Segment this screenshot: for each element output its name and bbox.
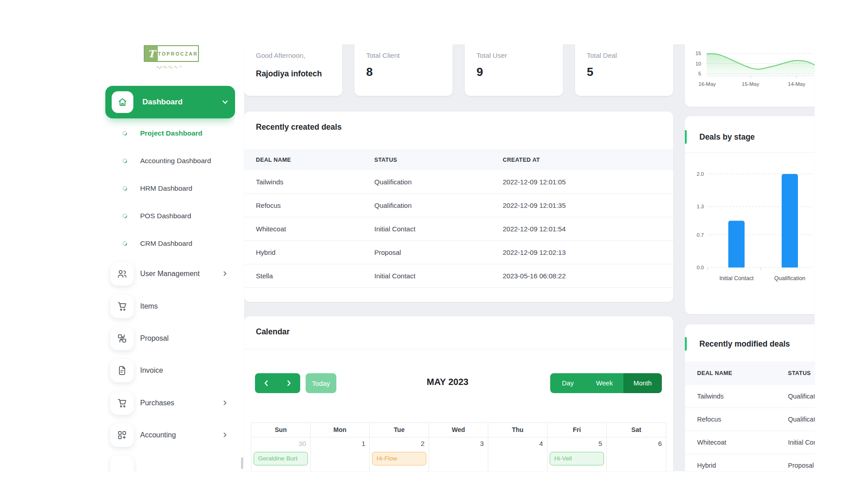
sidebar-subitem-crm-dashboard[interactable]: CRM Dashboard <box>103 238 235 249</box>
sidebar-item-items[interactable]: Items <box>103 295 235 318</box>
sidebar-item-dashboard-label: Dashboard <box>142 86 183 118</box>
progress-ring-icon <box>122 186 127 191</box>
app-logo[interactable]: T TOPROCZAR <box>144 45 199 62</box>
sidebar-item-dashboard[interactable]: Dashboard <box>105 86 235 118</box>
deal-name-cell: Refocus <box>685 416 776 423</box>
deal-name-cell: Tailwinds <box>244 178 363 186</box>
sidebar-item-label: Purchases <box>140 391 175 415</box>
sidebar-item-invoice[interactable]: Invoice <box>103 359 235 382</box>
stat-value: 5 <box>587 65 673 79</box>
table-row: HybridProposal <box>685 454 815 471</box>
calendar-day-cell[interactable]: 1 <box>311 437 370 471</box>
calendar-view-day[interactable]: Day <box>550 373 585 393</box>
users-icon <box>110 262 134 286</box>
stage-header-divider <box>685 152 815 153</box>
logo-text: TOPROCZAR <box>158 46 198 61</box>
sidebar-item-accounting[interactable]: Accounting <box>103 423 235 447</box>
sidebar-item-label: Invoice <box>140 359 163 382</box>
deal-name-cell: Refocus <box>244 202 363 209</box>
svg-text:14-May: 14-May <box>788 81 806 87</box>
created-at-cell: 2023-05-16 06:08:22 <box>491 272 673 280</box>
swap-icon <box>110 327 134 350</box>
weekday-header-mon: Mon <box>311 423 370 437</box>
calendar-event[interactable]: Hi-Flow <box>372 452 426 465</box>
deal-name-cell: Hybrid <box>685 462 776 469</box>
status-cell: Qualification <box>363 202 491 209</box>
chevron-right-icon <box>222 432 228 438</box>
stat-card-total-user: Total User9 <box>465 44 563 96</box>
created-deals-table: DEAL NAMESTATUSCREATED ATTailwindsQualif… <box>244 149 673 288</box>
column-header-deal-name: DEAL NAME <box>244 157 363 163</box>
svg-text:2.0: 2.0 <box>697 171 704 177</box>
weekday-header-thu: Thu <box>488 423 547 437</box>
sidebar-item-proposal[interactable]: Proposal <box>103 327 235 350</box>
deals-by-stage-card: Deals by stage 2.01.30.70.0Initial Conta… <box>685 116 815 314</box>
calendar-event[interactable]: Hi-Vell <box>550 452 604 465</box>
sidebar-scrollbar-thumb[interactable] <box>241 457 243 469</box>
status-cell: Proposal <box>776 462 815 469</box>
stat-label: Total User <box>476 52 563 59</box>
stats-row: Good Afternoon,Rajodiya infotechTotal Cl… <box>244 44 673 96</box>
table-header-row: DEAL NAMESTATUS <box>685 361 815 385</box>
stat-value: Rajodiya infotech <box>256 69 342 79</box>
created-at-cell: 2022-12-09 12:02:13 <box>491 249 673 256</box>
calendar-day-cell[interactable]: 30Geraldine Burt <box>251 437 311 471</box>
calendar-event[interactable]: Geraldine Burt <box>254 452 308 465</box>
cart-icon <box>110 295 134 318</box>
svg-text:15-May: 15-May <box>742 81 760 87</box>
svg-text:Qualification: Qualification <box>774 275 806 282</box>
sidebar-item-partial[interactable] <box>103 455 235 471</box>
table-row: TailwindsQualification2022-12-09 12:01:0… <box>244 170 673 194</box>
sidebar-subitem-pos-dashboard[interactable]: POS Dashboard <box>103 211 235 221</box>
calendar-day-cell[interactable]: 3 <box>429 437 488 471</box>
status-cell: Qualification <box>363 178 491 186</box>
status-cell: Qualification <box>776 416 815 423</box>
status-cell: Initial Contact <box>363 225 491 233</box>
deal-name-cell: Whitecoat <box>685 439 776 446</box>
svg-text:16-May: 16-May <box>698 81 716 87</box>
sidebar-item-label: Proposal <box>140 327 169 350</box>
stat-value: 8 <box>366 65 453 79</box>
chevron-left-icon <box>263 380 270 387</box>
calendar-today-button[interactable]: Today <box>306 373 336 393</box>
sidebar-subitem-hrm-dashboard[interactable]: HRM Dashboard <box>103 183 235 194</box>
sidebar-subitem-label: POS Dashboard <box>140 211 191 221</box>
chevron-right-icon <box>222 270 228 277</box>
calendar-view-week[interactable]: Week <box>585 373 623 393</box>
calendar-prev-button[interactable] <box>255 373 278 393</box>
column-header-status: STATUS <box>776 370 815 376</box>
status-cell: Qualification <box>776 393 815 400</box>
home-icon <box>112 91 133 113</box>
sidebar-subitem-project-dashboard[interactable]: Project Dashboard <box>103 128 235 139</box>
calendar-grid: SunMonTueWedThuFriSat 30Geraldine Burt12… <box>251 422 666 471</box>
sidebar-item-purchases[interactable]: Purchases <box>103 391 235 415</box>
created-at-cell: 2022-12-09 12:01:54 <box>491 225 673 233</box>
calendar-view-month[interactable]: Month <box>623 373 662 393</box>
sidebar-item-user-management[interactable]: User Management <box>103 262 235 286</box>
calendar-day-cell[interactable]: 6 <box>607 437 666 471</box>
column-header-deal-name: DEAL NAME <box>685 370 776 376</box>
calendar-day-cell[interactable]: 5Hi-Vell <box>547 437 607 471</box>
calendar-date-number: 2 <box>370 437 429 447</box>
weekday-header-wed: Wed <box>429 423 488 437</box>
deal-name-cell: Tailwinds <box>685 393 776 400</box>
recently-created-deals-card: Recently created deals DEAL NAMESTATUSCR… <box>244 112 673 302</box>
logo-tagline-script <box>156 64 187 70</box>
sidebar-subitem-label: Project Dashboard <box>140 128 203 139</box>
status-cell: Proposal <box>363 249 491 256</box>
calendar-date-number: 6 <box>607 437 666 447</box>
sidebar-subitem-accounting-dashboard[interactable]: Accounting Dashboard <box>103 155 235 166</box>
calendar-next-button[interactable] <box>278 373 300 393</box>
chevron-right-icon <box>285 380 292 387</box>
calendar-view-switcher: DayWeekMonth <box>550 373 662 393</box>
calendar-day-cell[interactable]: 4 <box>488 437 547 471</box>
recently-modified-deals-title: Recently modified deals <box>699 339 790 349</box>
svg-text:0.0: 0.0 <box>697 265 704 270</box>
calendar-day-cell[interactable]: 2Hi-Flow <box>370 437 429 471</box>
svg-text:0.7: 0.7 <box>697 232 704 238</box>
table-row: WhitecoatInitial Contact2022-12-09 12:01… <box>244 217 673 241</box>
chevron-right-icon <box>222 399 228 406</box>
table-row: RefocusQualification2022-12-09 12:01:35 <box>244 194 673 217</box>
svg-text:Initial Contact: Initial Contact <box>719 275 754 282</box>
table-row: WhitecoatInitial Contact <box>685 431 815 454</box>
